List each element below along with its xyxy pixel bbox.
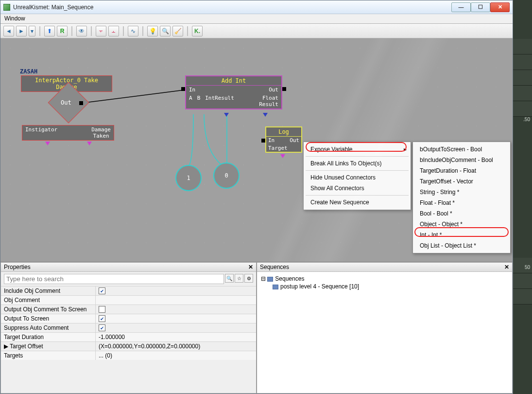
maximize-button[interactable]: ☐ (471, 2, 490, 12)
sequences-header[interactable]: Sequences ✕ (257, 263, 512, 272)
minimize-button[interactable]: — (451, 2, 471, 12)
log-out-port[interactable]: Out (290, 137, 299, 143)
clean-button[interactable]: 🧹 (172, 26, 183, 36)
ctx-sub-item[interactable]: String - String * (413, 187, 510, 197)
port-triangle[interactable] (45, 142, 50, 145)
comment-label: ZASAH (20, 68, 37, 75)
sequences-tree[interactable]: ⊟ Sequences postup level 4 - Sequence [1… (257, 272, 512, 393)
event-vars-node[interactable]: Instigator Damage Taken (22, 125, 114, 141)
panel-close-icon[interactable]: ✕ (248, 264, 253, 270)
addint-node[interactable]: Add Int In Out A B IntResult Float Resul… (185, 75, 282, 109)
hide-button[interactable]: 👁 (76, 26, 87, 36)
out-port[interactable]: Out (269, 87, 278, 93)
ctx-sub-item[interactable]: Obj List - Object List * (413, 240, 510, 251)
property-value[interactable]: ... (0) (96, 351, 256, 360)
context-submenu[interactable]: bOutputToScreen - Bool bIncludeObjCommen… (412, 142, 511, 253)
intresult-port[interactable]: IntResult (205, 95, 234, 107)
ctx-hide-connectors[interactable]: Hide Unused Connectors (304, 172, 411, 183)
ctx-sub-item[interactable]: TargetOffset - Vector (413, 176, 510, 187)
property-row[interactable]: Suppress Auto Comment✔ (1, 323, 256, 332)
property-row[interactable]: Obj Comment (1, 295, 256, 304)
port-connector[interactable] (282, 87, 286, 91)
port-triangle[interactable] (87, 142, 92, 145)
event-out-port[interactable]: Out (61, 99, 71, 106)
ctx-sub-item[interactable]: bOutputToScreen - Bool (413, 144, 510, 155)
property-row[interactable]: Include Obj Comment✔ (1, 286, 256, 295)
kismet-button[interactable]: K. (192, 26, 203, 36)
checkbox[interactable]: ✔ (99, 287, 105, 294)
close-button[interactable]: ✕ (490, 2, 510, 12)
menu-window[interactable]: Window (4, 15, 25, 22)
instigator-port[interactable]: Instigator (25, 126, 57, 139)
log-target-port[interactable]: Target (268, 145, 288, 151)
property-value[interactable]: ✔ (96, 287, 256, 295)
tool-button[interactable]: ⫟ (96, 26, 106, 36)
property-row[interactable]: Output Obj Comment To Screen (1, 304, 256, 314)
checkbox[interactable] (99, 306, 105, 313)
properties-header[interactable]: Properties ✕ (1, 263, 256, 272)
property-value[interactable]: ✔ (96, 323, 256, 332)
ctx-expose-variable[interactable]: Expose Variable ▸ (304, 144, 411, 155)
nav-up-button[interactable]: ⬆ (44, 26, 55, 36)
titlebar[interactable]: UnrealKismet: Main_Sequence — ☐ ✕ (0, 0, 513, 14)
in-port[interactable]: In (189, 87, 199, 93)
properties-panel[interactable]: Properties ✕ 🔍 ☆ ⚙ Include Obj Comment✔O… (0, 262, 257, 394)
port-triangle[interactable] (263, 113, 268, 117)
ctx-show-connectors[interactable]: Show All Connectors (304, 183, 411, 194)
checkbox[interactable]: ✔ (99, 324, 105, 331)
rename-button[interactable]: R (57, 26, 68, 36)
property-value[interactable] (96, 296, 256, 304)
graph-canvas[interactable]: ZASAH InterpActor_0 Take Damage Out Inst… (0, 38, 513, 262)
ctx-new-sequence[interactable]: Create New Sequence (304, 197, 411, 208)
property-value[interactable]: -1.000000 (96, 333, 256, 341)
curve-button[interactable]: ∿ (128, 26, 138, 36)
port-connector[interactable] (261, 139, 265, 143)
tool-button[interactable]: ⫠ (108, 26, 119, 36)
property-value[interactable]: (X=0.000000,Y=0.000000,Z=0.000000) (96, 342, 256, 351)
property-row[interactable]: Output To Screen✔ (1, 314, 256, 323)
const-node-0[interactable]: 0 (213, 162, 240, 189)
log-node[interactable]: Log In Out Target (265, 126, 302, 153)
const-node-1[interactable]: 1 (175, 165, 202, 191)
toolbar: ◄ ► ▾ ⬆ R 👁 ⫟ ⫠ ∿ 💡 🔍 🧹 K. (0, 24, 513, 38)
property-value[interactable] (96, 305, 256, 314)
search-button[interactable]: 🔍 (160, 26, 171, 36)
tree-root[interactable]: ⊟ Sequences (261, 275, 508, 283)
nav-back-button[interactable]: ◄ (3, 26, 14, 36)
a-port[interactable]: A (189, 95, 192, 107)
properties-search-input[interactable] (4, 274, 224, 284)
floatresult-port[interactable]: Float Result (259, 95, 278, 107)
ctx-break-links[interactable]: Break All Links To Object(s) (304, 158, 411, 169)
nav-dropdown-button[interactable]: ▾ (29, 26, 35, 36)
log-in-port[interactable]: In (268, 137, 275, 143)
checkbox[interactable]: ✔ (99, 315, 105, 322)
nav-forward-button[interactable]: ► (16, 26, 27, 36)
property-value[interactable]: ✔ (96, 314, 256, 323)
bulb-button[interactable]: 💡 (147, 26, 158, 36)
ctx-sub-item-int[interactable]: Int - Int * (413, 230, 510, 240)
ctx-sub-item[interactable]: Bool - Bool * (413, 208, 510, 219)
panel-close-icon[interactable]: ✕ (504, 264, 509, 270)
port-triangle[interactable] (224, 113, 229, 117)
property-row[interactable]: Target Duration-1.000000 (1, 332, 256, 341)
context-menu[interactable]: Expose Variable ▸ Break All Links To Obj… (303, 142, 411, 210)
ctx-sub-item[interactable]: TargetDuration - Float (413, 165, 510, 176)
favorite-icon[interactable]: ☆ (235, 274, 243, 283)
port-triangle[interactable] (280, 154, 285, 158)
port-connector[interactable] (79, 101, 83, 105)
port-connector[interactable] (181, 87, 185, 91)
sequences-panel[interactable]: Sequences ✕ ⊟ Sequences postup level 4 -… (257, 262, 513, 394)
options-icon[interactable]: ⚙ (244, 274, 253, 283)
property-row[interactable]: Targets... (0) (1, 351, 256, 360)
property-name: Targets (1, 351, 96, 360)
tree-child[interactable]: postup level 4 - Sequence [10] (261, 283, 508, 290)
ctx-sub-item[interactable]: Float - Float * (413, 197, 510, 208)
ctx-sub-item[interactable]: bIncludeObjComment - Bool (413, 155, 510, 165)
damage-port[interactable]: Damage Taken (91, 126, 111, 139)
search-icon[interactable]: 🔍 (225, 274, 234, 283)
ctx-sub-item[interactable]: Object - Object * (413, 219, 510, 230)
properties-grid[interactable]: Include Obj Comment✔Obj CommentOutput Ob… (1, 286, 256, 393)
b-port[interactable]: B (197, 95, 201, 107)
property-row[interactable]: ▶ Target Offset(X=0.000000,Y=0.000000,Z=… (1, 341, 256, 351)
menubar[interactable]: Window (0, 14, 513, 24)
